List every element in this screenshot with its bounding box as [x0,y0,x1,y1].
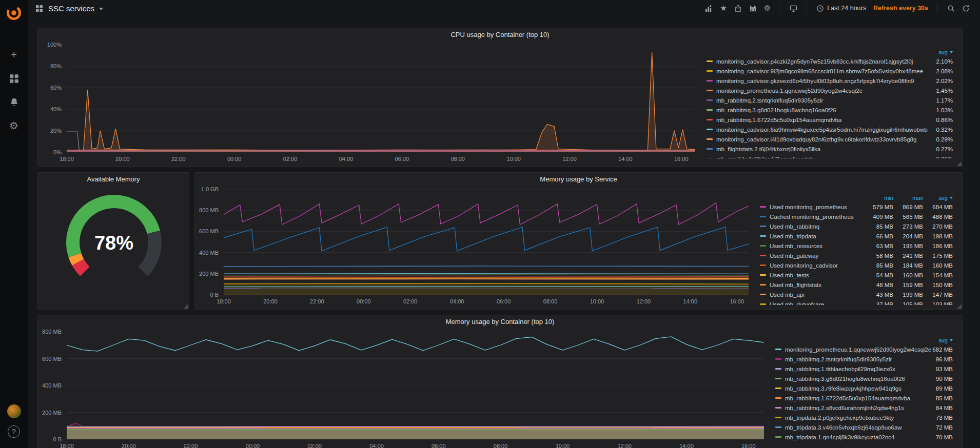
legend-series-color[interactable] [775,349,781,350]
legend-series-name[interactable]: Cached monitoring_prometheus [770,214,864,220]
legend-series-name[interactable]: Used mb_tests [770,272,864,278]
configuration-gear-icon[interactable]: ⚙ [5,117,23,134]
legend-series-color[interactable] [760,226,766,227]
legend-series-color[interactable] [760,284,766,286]
legend-series-name[interactable]: Used mb_tripdata [770,233,864,239]
cpu-chart[interactable]: 0%20%40%60%80%100% 18:0020:0022:0000:000… [43,42,700,162]
legend-series-color[interactable] [707,70,713,72]
panel-title-cpu[interactable]: CPU usage by Container (top 10) [43,28,957,42]
legend-series-color[interactable] [775,388,781,389]
legend-series-color[interactable] [775,358,781,360]
legend-series-name[interactable]: monitoring_cadvisor.6ia9hmvw4kguxee5p4ss… [716,127,936,133]
legend-series-color[interactable] [760,235,766,237]
legend-sort-avg[interactable]: avg [923,195,953,201]
legend-series-name[interactable]: monitoring_prometheus.1.qqncwwj52d90iyog… [716,88,936,94]
dashboard-title[interactable]: SSC services [48,4,94,13]
legend-series-name[interactable]: mb_rabbitmq.3.r9fe8iwzcpvkjhhpew941q9gs [785,385,936,392]
legend-series-color[interactable] [707,148,713,150]
plot-area[interactable] [224,189,749,295]
legend-series-name[interactable]: Used monitoring_cadvisor [770,262,864,269]
legend-series-name[interactable]: Used mb_rabbitmq [770,223,864,230]
legend-series-color[interactable] [760,206,766,208]
legend-series-color[interactable] [760,245,766,247]
legend-series-color[interactable] [775,397,781,399]
legend-series-color[interactable] [760,294,766,295]
legend-series-color[interactable] [775,436,781,438]
legend-series-name[interactable]: mb_api.3.fw4a0fi7oc471sqxq5xxntnbv [716,156,936,159]
legend-series-name[interactable]: Used mb_api [770,292,864,298]
legend-sort-avg[interactable]: avg [938,337,953,343]
legend-series-color[interactable] [775,426,781,428]
legend-series-color[interactable] [707,60,713,62]
legend-series-color[interactable] [707,90,713,91]
chart-canvas[interactable] [67,332,764,439]
legend-sort-min[interactable]: min [864,195,893,201]
save-icon[interactable] [749,5,757,12]
legend-series-name[interactable]: monitoring_cadvisor.gkzeezd6o4i5fryul0t0… [716,78,936,84]
memory-container-chart[interactable]: 0 B200 MB400 MB600 MB800 MB 18:0020:0022… [43,329,769,448]
legend-series-name[interactable]: Used monitoring_prometheus [770,204,864,210]
legend-series-color[interactable] [707,138,713,140]
legend-series-name[interactable]: Used mb_resources [770,243,864,249]
user-avatar[interactable] [7,404,21,418]
legend-series-name[interactable]: monitoring_cadvisor.i4l1d9oxbadquy82nl6z… [716,136,936,142]
plot-area[interactable] [67,45,695,152]
legend-series-color[interactable] [707,119,713,120]
legend-series-color[interactable] [707,99,713,101]
dashboard-picker-icon[interactable] [35,4,44,13]
grafana-logo[interactable] [5,4,23,22]
panel-resize-handle[interactable] [957,161,962,166]
chart-canvas[interactable] [67,45,695,152]
panel-title-gauge[interactable]: Available Memory [43,173,184,186]
legend-series-color[interactable] [760,216,766,217]
legend-series-color[interactable] [760,255,766,256]
legend-series-color[interactable] [775,417,781,418]
panel-resize-handle[interactable] [957,304,962,309]
legend-series-color[interactable] [775,378,781,379]
alerting-bell-icon[interactable] [5,93,23,111]
plot-area[interactable] [67,332,764,439]
panel-title-mem-service[interactable]: Memory usage by Service [200,173,957,186]
legend-series-name[interactable]: monitoring_prometheus.1.qqncwwj52d90iyog… [785,347,932,353]
settings-gear-icon[interactable]: ⚙ [764,4,771,13]
legend-series-color[interactable] [760,264,766,266]
legend-series-color[interactable] [760,274,766,276]
legend-series-color[interactable] [707,109,713,111]
legend-series-name[interactable]: Used mb_flightstats [770,282,864,288]
legend-series-name[interactable]: monitoring_cadvisor.9l2jm0qco9llm68ccsci… [716,68,936,74]
chevron-down-icon[interactable] [99,8,103,10]
legend-sort-avg[interactable]: avg [938,49,953,55]
legend-series-color[interactable] [775,407,781,409]
legend-sort-max[interactable]: max [893,195,923,201]
legend-series-name[interactable]: mb_rabbitmq.1.6722d5c5u0xp154auamqmdvba [716,117,936,123]
legend-series-name[interactable]: mb_rabbitmq.1.6722d5c5u0xp154auamqmdvba [785,395,936,401]
legend-series-name[interactable]: monitoring_cadvisor.p4czki2gn5dyn7w5z15v… [716,58,936,65]
share-icon[interactable] [734,5,742,12]
legend-series-name[interactable]: mb_tripdata.1.qn4cplj8k3v9lkcyuzta02nc4 [785,434,936,440]
create-plus-icon[interactable]: + [5,46,23,64]
dashboards-icon[interactable] [5,70,23,87]
memory-service-chart[interactable]: 0 B200 MB400 MB600 MB800 MB1.0 GB 18:002… [200,186,754,305]
refresh-icon[interactable] [962,5,970,12]
legend-series-name[interactable]: mb_rabbitmq.3.g8d021hoglu8wchnq16oa0f26 [785,376,936,382]
legend-series-name[interactable]: Used mb_dutyofcare [770,301,864,306]
legend-series-color[interactable] [760,303,766,305]
tv-mode-icon[interactable] [790,5,797,12]
legend-series-name[interactable]: mb_tripdata.2.p0jjefxgehcxp9etxubee9kty [785,415,936,421]
search-icon[interactable] [947,5,955,12]
legend-series-name[interactable]: mb_rabbitmq.2.tsntqrknlfuq5dir9305y5zir [716,97,936,104]
legend-series-color[interactable] [775,368,781,370]
help-icon[interactable]: ? [8,425,20,438]
chart-canvas[interactable] [224,189,749,295]
legend-series-name[interactable]: mb_rabbitmq.2.tsntqrknlfuq5dir9305y5zir [785,356,936,362]
legend-series-name[interactable]: mb_tripdata.3.v46cn5vhxqb9zj64sqp9uo6aw [785,424,936,431]
legend-series-name[interactable]: mb_rabbitmq.1.titblaechobpil29mq3iezx6x [785,366,936,372]
legend-series-color[interactable] [707,129,713,130]
panel-resize-handle[interactable] [184,304,188,309]
legend-series-color[interactable] [707,80,713,82]
legend-series-color[interactable] [707,158,713,158]
legend-series-name[interactable]: mb_rabbitmq.3.g8d021hoglu8wchnq16oa0f26 [716,107,936,113]
refresh-interval-button[interactable]: Refresh every 30s [873,5,928,12]
star-icon[interactable]: ★ [720,4,727,13]
add-panel-icon[interactable] [705,5,713,12]
